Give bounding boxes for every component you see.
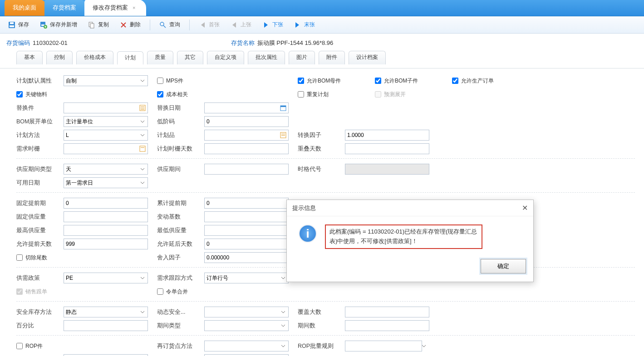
chevron-down-icon[interactable] — [420, 342, 428, 350]
next-button[interactable]: 下张 — [258, 19, 288, 30]
plan-tf-days-input[interactable] — [204, 143, 289, 154]
chevron-down-icon[interactable] — [279, 342, 287, 350]
save-new-icon — [40, 21, 47, 29]
rop-item-checkbox[interactable]: ROP件 — [16, 342, 43, 350]
sup-period-type-input[interactable] — [64, 164, 148, 175]
plan-item-input[interactable] — [204, 130, 289, 141]
key-material-checkbox[interactable]: 关键物料 — [16, 91, 47, 98]
allow-bom-child-checkbox[interactable]: 允许BOM子件 — [375, 77, 418, 85]
tab-my-desktop[interactable]: 我的桌面 — [5, 0, 47, 16]
save-button[interactable]: 保存 — [4, 19, 34, 30]
round-factor-label: 舍入因子 — [157, 254, 204, 262]
checkbox-label: 成本相关 — [166, 91, 188, 98]
guar-sup-days-input[interactable] — [64, 354, 148, 356]
chevron-down-icon[interactable] — [138, 165, 147, 173]
chevron-down-icon[interactable] — [279, 308, 287, 316]
period-type-input[interactable] — [204, 320, 289, 331]
avail-date-input[interactable] — [64, 177, 148, 188]
allow-adv-days-input[interactable] — [64, 239, 148, 249]
last-button[interactable]: 末张 — [290, 19, 320, 30]
sup-period-type-label: 供应期间类型 — [16, 166, 64, 173]
sub-date-input[interactable] — [204, 102, 289, 113]
repeat-plan-checkbox[interactable]: 重复计划 — [298, 91, 329, 98]
bom-expand-unit-input[interactable] — [64, 116, 148, 127]
order-merge-checkbox[interactable]: 令单合并 — [157, 288, 188, 296]
subtab-price-cost[interactable]: 价格成本 — [76, 51, 113, 64]
demand-tf-input[interactable] — [64, 143, 148, 154]
cut-tail-checkbox[interactable]: 切除尾数 — [16, 254, 47, 262]
subtab-basic[interactable]: 基本 — [16, 51, 43, 64]
reorder-pt-input[interactable] — [204, 354, 289, 356]
min-sup-input[interactable] — [204, 225, 289, 236]
fixed-lt-input[interactable] — [64, 198, 148, 209]
save-and-new-button[interactable]: 保存并新增 — [35, 19, 82, 30]
tab-edit-inventory-archive[interactable]: 修改存货档案× — [84, 0, 146, 16]
prev-button[interactable]: 上张 — [226, 19, 256, 30]
chevron-down-icon[interactable] — [279, 322, 287, 330]
allow-prod-order-checkbox[interactable]: 允许生产订单 — [452, 77, 494, 85]
dyn-safe-input[interactable] — [204, 307, 289, 317]
subtab-control[interactable]: 控制 — [46, 51, 73, 64]
var-base-input[interactable] — [204, 211, 289, 222]
chevron-down-icon[interactable] — [138, 308, 147, 316]
lookup-icon[interactable] — [138, 104, 147, 112]
subtab-quality[interactable]: 质量 — [147, 51, 173, 64]
plan-method-input[interactable] — [64, 130, 148, 141]
svg-rect-18 — [281, 135, 285, 136]
lookup-icon[interactable] — [279, 131, 287, 139]
sup-dem-policy-input[interactable] — [64, 273, 148, 283]
plan-def-attr-input[interactable] — [64, 75, 148, 86]
query-button[interactable]: 查询 — [155, 19, 185, 30]
fixed-sup-input[interactable] — [64, 211, 148, 222]
low-code-label: 低阶码 — [157, 118, 204, 126]
reorder-method-input[interactable] — [204, 341, 289, 351]
allow-delay-days-input[interactable] — [204, 239, 289, 249]
subtab-custom[interactable]: 自定义项 — [207, 51, 244, 64]
max-sup-input[interactable] — [64, 225, 148, 236]
pct-input[interactable] — [64, 320, 148, 331]
first-button[interactable]: 首张 — [194, 19, 224, 30]
ok-button[interactable]: 确定 — [481, 259, 526, 273]
dialog-message: 此档案(编码 = 11030202-01)已经在库存管理(现存量汇总表)中使用，… — [329, 228, 477, 244]
sub-item-input[interactable] — [64, 102, 148, 113]
sup-period-input[interactable] — [204, 164, 289, 175]
chevron-down-icon[interactable] — [138, 131, 147, 139]
svg-rect-11 — [141, 107, 144, 107]
copy-button[interactable]: 复制 — [84, 19, 113, 30]
overlap-days-input[interactable] — [345, 143, 429, 154]
chevron-down-icon[interactable] — [138, 77, 147, 85]
cost-related-checkbox[interactable]: 成本相关 — [157, 91, 188, 98]
conv-factor-input[interactable] — [345, 130, 429, 141]
subtab-plan[interactable]: 计划 — [117, 51, 143, 65]
subtab-design[interactable]: 设计档案 — [349, 51, 386, 64]
plan-def-attr-label: 计划默认属性 — [16, 77, 64, 85]
overlap-days-label: 重叠天数 — [298, 145, 345, 153]
mps-checkbox[interactable]: MPS件 — [157, 77, 183, 85]
period-num-input[interactable] — [345, 320, 429, 331]
dem-track-input[interactable] — [204, 273, 289, 283]
close-icon[interactable]: ✕ — [522, 204, 528, 212]
calendar-icon[interactable] — [279, 104, 287, 112]
close-icon[interactable]: × — [133, 5, 135, 10]
allow-bom-parent-checkbox[interactable]: 允许BOM母件 — [298, 77, 341, 85]
chevron-down-icon[interactable] — [138, 117, 147, 126]
lookup-icon[interactable] — [138, 145, 147, 153]
rop-batch-rule-input[interactable] — [345, 341, 422, 351]
svg-rect-1 — [10, 25, 14, 27]
pct-label: 百分比 — [16, 322, 64, 330]
safe-stock-method-input[interactable] — [64, 307, 148, 317]
subtab-other[interactable]: 其它 — [177, 51, 203, 64]
chevron-down-icon[interactable] — [138, 274, 147, 282]
round-factor-input[interactable] — [204, 252, 289, 263]
low-code-input[interactable] — [204, 116, 289, 127]
subtab-attach[interactable]: 附件 — [319, 51, 345, 64]
plan-method-label: 计划方法 — [16, 132, 64, 139]
name-label: 存货名称 — [231, 39, 255, 46]
chevron-down-icon[interactable] — [138, 179, 147, 187]
cover-qty-input[interactable] — [345, 307, 429, 317]
cum-lt-input[interactable] — [204, 198, 289, 209]
delete-button[interactable]: 删除 — [115, 19, 145, 30]
tab-inventory-archive[interactable]: 存货档案 — [44, 0, 87, 16]
subtab-image[interactable]: 图片 — [289, 51, 315, 64]
subtab-batch-attr[interactable]: 批次属性 — [248, 51, 285, 64]
